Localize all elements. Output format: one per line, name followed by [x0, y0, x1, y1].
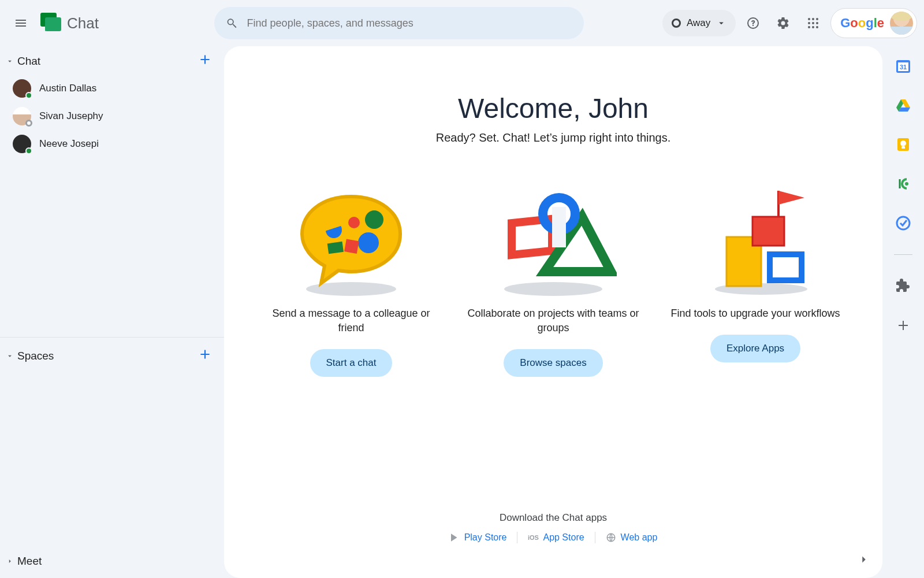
- contact-item[interactable]: Neeve Josepi: [0, 130, 224, 158]
- contact-name: Neeve Josepi: [39, 138, 99, 150]
- hamburger-menu-icon[interactable]: [7, 9, 35, 37]
- sidebar-section-chat[interactable]: Chat: [0, 46, 224, 75]
- presence-online-icon: [25, 147, 32, 154]
- drive-app-icon[interactable]: [895, 97, 911, 113]
- svg-point-8: [808, 26, 810, 28]
- play-store-link[interactable]: Play Store: [449, 532, 507, 543]
- status-selector[interactable]: Away: [662, 10, 736, 36]
- top-right-controls: Away Google: [662, 8, 917, 38]
- sidebar-meet-label: Meet: [17, 555, 42, 568]
- sidebar-section-meet[interactable]: Meet: [0, 549, 224, 578]
- tasks-app-icon[interactable]: [895, 215, 911, 231]
- svg-point-36: [897, 217, 910, 229]
- contacts-app-icon[interactable]: [895, 176, 911, 192]
- sidebar-section-spaces[interactable]: Spaces: [0, 337, 224, 369]
- extensions-icon[interactable]: [895, 278, 911, 294]
- help-icon[interactable]: [740, 10, 766, 36]
- status-away-icon: [672, 18, 681, 28]
- svg-text:31: 31: [900, 64, 907, 71]
- svg-point-15: [365, 210, 383, 229]
- card-start-chat: Send a message to a colleague or friend …: [264, 185, 438, 377]
- caret-right-icon: [6, 557, 14, 565]
- card-desc: Find tools to upgrade your workflows: [670, 306, 840, 321]
- app-store-link[interactable]: iOS App Store: [528, 532, 584, 543]
- svg-point-4: [816, 18, 818, 20]
- svg-point-9: [812, 26, 814, 28]
- play-store-icon: [449, 532, 460, 543]
- svg-rect-17: [327, 242, 344, 254]
- sidebar: Chat Austin Dallas Sivan Jusephy Neeve J…: [0, 46, 224, 578]
- svg-rect-34: [901, 146, 905, 149]
- svg-point-6: [812, 22, 814, 24]
- browse-spaces-button[interactable]: Browse spaces: [504, 349, 602, 377]
- card-explore-apps: Find tools to upgrade your workflows Exp…: [669, 185, 842, 377]
- new-space-icon[interactable]: [198, 347, 213, 365]
- svg-rect-22: [552, 207, 566, 247]
- side-rail: 31: [882, 46, 924, 578]
- presence-offline-icon: [25, 120, 32, 127]
- keep-app-icon[interactable]: [895, 136, 911, 153]
- calendar-app-icon[interactable]: 31: [895, 58, 911, 74]
- illustration-chat-icon: [288, 185, 415, 301]
- card-desc: Collaborate on projects with teams or gr…: [467, 306, 640, 335]
- app-brand[interactable]: Chat: [39, 12, 99, 35]
- store-label: Play Store: [464, 532, 507, 543]
- svg-point-3: [812, 18, 814, 20]
- welcome-panel: Welcome, John Ready? Set. Chat! Let’s ju…: [224, 46, 882, 578]
- sidebar-spaces-label: Spaces: [17, 350, 54, 362]
- avatar-icon: [13, 135, 31, 153]
- caret-down-icon: [6, 352, 14, 360]
- app-title: Chat: [67, 14, 99, 32]
- welcome-cards: Send a message to a colleague or friend …: [264, 185, 842, 377]
- apps-grid-icon[interactable]: [800, 10, 826, 36]
- svg-point-13: [358, 232, 379, 253]
- illustration-apps-icon: [692, 185, 819, 301]
- account-avatar-icon[interactable]: [890, 12, 913, 35]
- google-logo: Google: [840, 16, 884, 31]
- svg-point-19: [504, 282, 602, 296]
- store-label: App Store: [543, 532, 584, 543]
- avatar-icon: [13, 107, 31, 125]
- caret-down-icon: [6, 57, 14, 65]
- account-switcher[interactable]: Google: [830, 8, 917, 38]
- svg-point-2: [808, 18, 810, 20]
- chevron-down-icon: [716, 18, 726, 28]
- svg-rect-26: [752, 217, 784, 246]
- card-browse-spaces: Collaborate on projects with teams or gr…: [467, 185, 640, 377]
- web-app-icon: [606, 532, 616, 543]
- contact-name: Sivan Jusephy: [39, 110, 103, 122]
- illustration-spaces-icon: [490, 185, 617, 301]
- svg-point-18: [348, 217, 360, 228]
- contact-item[interactable]: Austin Dallas: [0, 75, 224, 102]
- svg-point-35: [905, 182, 908, 186]
- settings-gear-icon[interactable]: [770, 10, 796, 36]
- divider: [517, 532, 517, 543]
- add-app-icon[interactable]: [895, 317, 911, 334]
- app-store-icon: iOS: [528, 532, 538, 543]
- svg-rect-16: [344, 239, 359, 253]
- chat-logo-icon: [39, 12, 62, 35]
- contact-item[interactable]: Sivan Jusephy: [0, 102, 224, 130]
- download-section: Download the Chat apps Play Store iOS Ap…: [224, 512, 882, 543]
- explore-apps-button[interactable]: Explore Apps: [710, 335, 800, 362]
- start-chat-button[interactable]: Start a chat: [310, 349, 393, 377]
- web-app-link[interactable]: Web app: [606, 532, 658, 543]
- presence-online-icon: [25, 92, 32, 99]
- download-title: Download the Chat apps: [500, 512, 607, 524]
- svg-point-33: [900, 140, 906, 146]
- search-input[interactable]: [247, 17, 572, 29]
- svg-rect-24: [770, 254, 802, 280]
- search-icon: [226, 17, 238, 29]
- svg-point-5: [808, 22, 810, 24]
- download-links: Play Store iOS App Store Web app: [449, 532, 658, 543]
- new-chat-icon[interactable]: [198, 52, 213, 70]
- svg-point-7: [816, 22, 818, 24]
- divider: [595, 532, 595, 543]
- contact-name: Austin Dallas: [39, 83, 96, 94]
- search-bar[interactable]: [214, 7, 584, 39]
- layout: Chat Austin Dallas Sivan Jusephy Neeve J…: [0, 46, 924, 578]
- svg-point-10: [816, 26, 818, 28]
- expand-panel-icon[interactable]: [854, 549, 874, 570]
- welcome-subtitle: Ready? Set. Chat! Let’s jump right into …: [436, 131, 671, 144]
- welcome-title: Welcome, John: [458, 92, 649, 124]
